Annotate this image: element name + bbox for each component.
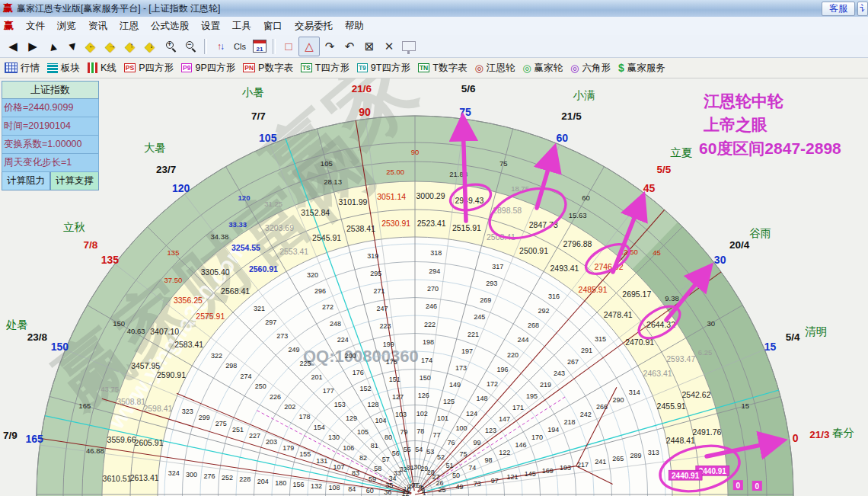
zoom-in-icon[interactable]: + (161, 37, 181, 56)
svg-text:52: 52 (437, 453, 445, 461)
svg-text:60: 60 (556, 132, 568, 144)
rotate-cw-icon-glyph: ↷ (325, 40, 335, 52)
ribbon-item-winner-wheel[interactable]: ◎赢家轮 (522, 62, 563, 75)
cls-button-label: Cls (234, 42, 246, 51)
rotate-cw-icon[interactable]: ↷ (320, 37, 340, 56)
back-icon[interactable]: ◀ (3, 37, 23, 56)
svg-text:75: 75 (459, 106, 471, 118)
svg-text:28.13: 28.13 (324, 178, 342, 186)
zoom-out-icon[interactable]: − (181, 37, 201, 56)
svg-text:250: 250 (255, 382, 266, 390)
ribbon-item-9t-square[interactable]: T99T四方形 (357, 62, 410, 75)
forward-icon-glyph: ▶ (28, 40, 37, 52)
svg-text:125: 125 (443, 398, 455, 405)
svg-text:76: 76 (448, 439, 455, 446)
ribbon-item-market-quotes[interactable]: 行情 (5, 62, 40, 75)
menu-item-4[interactable]: 江恩 (113, 18, 145, 34)
up-triangle-icon[interactable]: ▲ (43, 37, 62, 56)
ribbon-item-kline[interactable]: K线 (88, 62, 116, 75)
svg-text:244: 244 (517, 336, 528, 344)
svg-text:2590.91: 2590.91 (157, 370, 186, 379)
ribbon-item-hexagon[interactable]: ◎六角形 (570, 62, 611, 75)
menu-item-10[interactable]: 帮助 (339, 18, 370, 34)
svg-text:小暑: 小暑 (242, 86, 264, 98)
menu-item-5[interactable]: 公式选股 (145, 18, 195, 34)
annotation-line-2: 上帝之眼 (699, 113, 841, 136)
svg-text:324: 324 (168, 469, 180, 477)
svg-text:120: 120 (172, 182, 190, 194)
calendar-icon[interactable]: 21 (250, 37, 270, 56)
svg-text:316: 316 (548, 293, 560, 300)
svg-text:322: 322 (211, 352, 222, 360)
svg-text:129: 129 (346, 414, 357, 422)
ribbon-item-p-number-table[interactable]: PNP数字表 (243, 62, 293, 75)
ribbon-item-winner-service[interactable]: $赢家服务 (618, 62, 665, 75)
svg-text:177: 177 (323, 387, 334, 395)
menu-item-2[interactable]: 浏览 (51, 18, 82, 34)
move-down-icon[interactable]: ◆↓ (142, 37, 161, 56)
svg-text:271: 271 (373, 287, 385, 295)
svg-text:5/5: 5/5 (657, 164, 672, 175)
rotate-ccw-icon[interactable]: ↶ (340, 37, 359, 56)
menu-item-1[interactable]: 文件 (20, 18, 51, 34)
ribbon-item-sectors[interactable]: 板块 (47, 62, 80, 75)
svg-text:15: 15 (741, 402, 749, 410)
svg-text:3407.10: 3407.10 (150, 327, 179, 336)
svg-text:249: 249 (288, 346, 299, 354)
svg-text:323: 323 (182, 408, 193, 415)
svg-text:107: 107 (333, 463, 344, 471)
svg-text:5/4: 5/4 (786, 331, 800, 343)
index-name: 上证指数 (2, 81, 99, 99)
t-square-label: T四方形 (315, 62, 349, 75)
svg-text:84: 84 (348, 485, 356, 493)
svg-text:2515.91: 2515.91 (452, 223, 481, 232)
delete-box-icon[interactable]: ⊠ (359, 37, 379, 56)
menu-item-7[interactable]: 工具 (226, 18, 257, 34)
svg-text:60: 60 (582, 194, 590, 202)
svg-text:165: 165 (78, 402, 91, 410)
move-right-icon[interactable]: ◆→ (102, 37, 122, 56)
sort-arrows-icon[interactable]: ↑↓ (210, 37, 230, 56)
ribbon-item-t-number-table[interactable]: TNT数字表 (418, 62, 467, 75)
calc-support-button[interactable]: 计算支撑 (50, 172, 99, 190)
menu-item-9[interactable]: 交易委托 (289, 18, 339, 34)
customer-service-button[interactable]: 客服 (822, 2, 855, 16)
svg-text:241: 241 (595, 458, 606, 466)
move-up-icon[interactable]: ◆↑ (122, 37, 142, 56)
svg-text:2491.76: 2491.76 (692, 427, 721, 437)
t-square-icon: TS (301, 63, 312, 73)
menu-item-3[interactable]: 资讯 (82, 18, 113, 34)
menu-item-6[interactable]: 设置 (195, 18, 226, 34)
ribbon-item-gann-wheel[interactable]: ◎江恩轮 (474, 62, 515, 75)
svg-text:83: 83 (352, 469, 359, 477)
svg-text:149: 149 (449, 381, 461, 389)
screen-icon[interactable] (399, 37, 419, 56)
ribbon-item-p-square[interactable]: PSP四方形 (124, 62, 174, 75)
svg-text:124: 124 (466, 410, 477, 418)
menu-item-8[interactable]: 窗口 (257, 18, 289, 34)
cls-button[interactable]: Cls (230, 37, 250, 56)
svg-text:33.33: 33.33 (228, 220, 247, 229)
svg-text:248: 248 (330, 320, 341, 328)
svg-text:252: 252 (222, 474, 233, 482)
down-triangle-icon[interactable]: ▼ (62, 37, 82, 56)
gann-wheel-chart: 赢家财富网赢家www.yingjia360.comQQ:100800360125… (0, 78, 868, 496)
svg-text:203: 203 (266, 438, 277, 446)
move-left-icon[interactable]: ◆← (82, 37, 102, 56)
svg-text:58: 58 (374, 465, 381, 472)
scatter-icon[interactable]: ✕ (379, 37, 399, 56)
calc-resistance-button[interactable]: 计算阻力 (2, 172, 50, 190)
svg-text:200: 200 (345, 352, 356, 360)
svg-text:0: 0 (736, 482, 741, 490)
svg-text:298: 298 (225, 362, 237, 370)
svg-text:319: 319 (367, 252, 378, 260)
info-row-4: 周天变化步长=1 (2, 154, 99, 172)
forward-icon[interactable]: ▶ (23, 37, 43, 56)
square-tool-icon[interactable]: □ (279, 37, 298, 56)
ribbon-item-9p-square[interactable]: P99P四方形 (181, 62, 235, 75)
svg-text:90: 90 (411, 148, 420, 156)
ribbon-item-t-square[interactable]: TST四方形 (301, 62, 349, 75)
hexagon-label: 六角形 (582, 62, 611, 75)
clipped-titlebar-button[interactable]: 讠 (857, 2, 868, 16)
triangle-tool-icon[interactable]: △ (298, 37, 320, 56)
